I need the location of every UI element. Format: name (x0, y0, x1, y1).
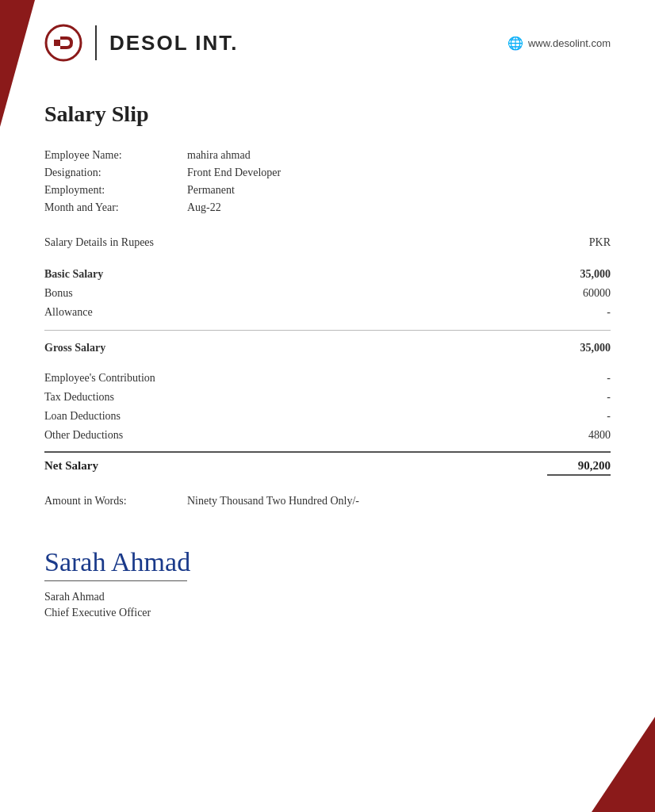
gross-salary-label: Gross Salary (44, 342, 105, 354)
loan-deductions-label: Loan Deductions (44, 410, 121, 423)
amount-words-label: Amount in Words: (44, 495, 187, 508)
gross-salary-value: 35,000 (547, 342, 611, 354)
employment-row: Employment: Permanent (44, 184, 611, 197)
allowance-value: - (547, 306, 611, 319)
tax-deductions-value: - (547, 391, 611, 404)
other-deductions-value: 4800 (547, 429, 611, 442)
gross-salary-row: Gross Salary 35,000 (44, 339, 611, 358)
bonus-value: 60000 (547, 287, 611, 300)
logo-divider (95, 25, 97, 60)
signatory-title: Chief Executive Officer (44, 607, 611, 619)
slip-title: Salary Slip (44, 102, 611, 127)
net-salary-value: 90,200 (547, 459, 611, 476)
tax-deductions-row: Tax Deductions - (44, 388, 611, 407)
salary-section-label: Salary Details in Rupees (44, 236, 154, 249)
employee-contribution-label: Employee's Contribution (44, 372, 155, 385)
other-deductions-row: Other Deductions 4800 (44, 426, 611, 445)
designation-row: Designation: Front End Developer (44, 167, 611, 179)
website-area: 🌐 www.desolint.com (508, 36, 611, 51)
loan-deductions-row: Loan Deductions - (44, 407, 611, 426)
net-salary-label: Net Salary (44, 459, 98, 476)
employee-name-row: Employee Name: mahira ahmad (44, 149, 611, 162)
basic-salary-row: Basic Salary 35,000 (44, 265, 611, 284)
designation-value: Front End Developer (187, 167, 281, 179)
svg-point-0 (46, 25, 81, 60)
globe-icon: 🌐 (508, 36, 523, 51)
designation-label: Designation: (44, 167, 187, 179)
employment-label: Employment: (44, 184, 187, 197)
logo-area: DESOL INT. (44, 24, 239, 62)
signature-section: Sarah Ahmad Sarah Ahmad Chief Executive … (44, 547, 611, 619)
amount-words-value: Ninety Thousand Two Hundred Only/- (187, 495, 359, 508)
amount-words-section: Amount in Words: Ninety Thousand Two Hun… (44, 495, 611, 508)
bonus-row: Bonus 60000 (44, 284, 611, 303)
salary-slip-page: DESOL INT. 🌐 www.desolint.com Salary Sli… (0, 0, 655, 812)
logo-text: DESOL INT. (109, 31, 239, 56)
website-label: www.desolint.com (528, 37, 611, 49)
employee-contribution-row: Employee's Contribution - (44, 369, 611, 388)
employee-name-value: mahira ahmad (187, 149, 251, 162)
spacer-1 (44, 358, 611, 369)
salary-currency: PKR (589, 236, 611, 249)
signature-line (44, 580, 187, 581)
salary-header-row: Salary Details in Rupees PKR (44, 236, 611, 255)
signature-script: Sarah Ahmad (44, 547, 190, 577)
allowance-label: Allowance (44, 306, 93, 319)
month-year-value: Aug-22 (187, 201, 221, 214)
net-salary-row: Net Salary 90,200 (44, 456, 611, 479)
month-year-row: Month and Year: Aug-22 (44, 201, 611, 214)
employee-name-label: Employee Name: (44, 149, 187, 162)
loan-deductions-value: - (547, 410, 611, 423)
month-year-label: Month and Year: (44, 201, 187, 214)
employee-info-section: Employee Name: mahira ahmad Designation:… (44, 149, 611, 214)
header: DESOL INT. 🌐 www.desolint.com (44, 24, 611, 78)
employment-value: Permanent (187, 184, 235, 197)
employee-contribution-value: - (547, 372, 611, 385)
logo-icon (44, 24, 82, 62)
signatory-name: Sarah Ahmad (44, 591, 611, 603)
allowance-row: Allowance - (44, 303, 611, 322)
corner-decoration-bottom-right (592, 717, 655, 812)
basic-salary-label: Basic Salary (44, 268, 103, 281)
other-deductions-label: Other Deductions (44, 429, 123, 442)
bonus-label: Bonus (44, 287, 73, 300)
basic-salary-value: 35,000 (547, 268, 611, 281)
salary-section: Salary Details in Rupees PKR Basic Salar… (44, 236, 611, 479)
gross-separator (44, 330, 611, 331)
tax-deductions-label: Tax Deductions (44, 391, 114, 404)
net-divider (44, 451, 611, 453)
page-content: DESOL INT. 🌐 www.desolint.com Salary Sli… (0, 0, 655, 651)
